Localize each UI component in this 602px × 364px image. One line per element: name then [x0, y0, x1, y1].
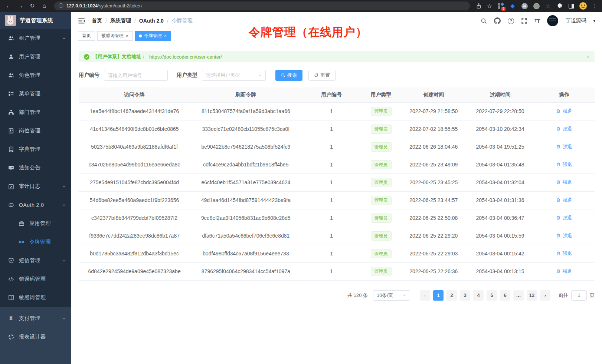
sidebar-item-pay[interactable]: ¥支付管理 [0, 309, 71, 328]
sidebar-item-sms[interactable]: 短信管理 [0, 251, 71, 270]
tab-令牌管理[interactable]: 令牌管理× [135, 31, 171, 41]
sidebar-item-sensitive-word[interactable]: 敏感词管理 [0, 288, 71, 307]
force-logout-button[interactable]: 强退 [556, 250, 572, 257]
puzzle-extension-icon[interactable] [557, 3, 563, 9]
sidebar-item-error-code[interactable]: 错误码管理 [0, 270, 71, 288]
back-icon[interactable]: ← [4, 0, 13, 12]
force-logout-button[interactable]: 强退 [556, 232, 572, 239]
gem-extension-icon[interactable]: ◆ [509, 3, 516, 9]
table-row: c342377bf8b344799dcbf7bf095287f29ce8ef2a… [79, 209, 595, 227]
address-bar[interactable]: ⓘ 127.0.0.1:1024/system/oauth2/token [54, 1, 470, 10]
profile-avatar-icon[interactable] [579, 2, 587, 10]
chevron-down-icon[interactable]: ▾ [593, 19, 595, 23]
goto-label: 前往 [559, 292, 568, 299]
page-ellipsis[interactable]: … [513, 290, 524, 301]
app-logo-row[interactable]: 芋道管理系统 [0, 12, 71, 29]
sidebar-item-post[interactable]: 岗位管理 [0, 122, 71, 140]
force-logout-button[interactable]: 强退 [556, 268, 572, 275]
share-icon[interactable] [476, 3, 482, 9]
browser-actions: ☆ 9 ◆ ⌘ ☆ ⋮ [476, 2, 598, 10]
reload-icon[interactable]: ↻ [28, 0, 36, 12]
sidebar-toggle-icon[interactable] [78, 18, 85, 24]
table-row: 6d842e2924594de9a09e45e087323abe8796295f… [79, 262, 595, 280]
search-button[interactable]: 搜索 [275, 70, 302, 81]
user-type-select[interactable]: 请选择用户类型 [202, 70, 266, 81]
kebab-menu-icon[interactable]: ⋮ [592, 3, 598, 9]
help-icon[interactable]: ? [508, 18, 514, 24]
search-icon[interactable] [481, 18, 487, 24]
user-avatar[interactable] [547, 15, 558, 26]
user-id-cell: 1 [301, 227, 361, 245]
sidebar-item-notice[interactable]: 通知公告 [0, 159, 71, 177]
breadcrumb-item[interactable]: 首页 [92, 17, 102, 24]
sidebar-item-role[interactable]: 角色管理 [0, 66, 71, 85]
user-id-input[interactable] [104, 70, 168, 81]
tab-label: 首页 [82, 33, 91, 39]
sidebar-item-audit-log[interactable]: 审计日志 [0, 177, 71, 196]
sidebar-item-oauth2-application[interactable]: 应用管理 [0, 214, 71, 233]
prev-page-button[interactable]: ‹ [420, 290, 430, 301]
breadcrumb-separator: / [134, 18, 136, 24]
sidebar-item-label: 通知公告 [19, 165, 66, 171]
tab-close-icon[interactable]: × [126, 34, 128, 38]
force-logout-button[interactable]: 强退 [556, 143, 572, 150]
page-button-4[interactable]: 4 [473, 290, 484, 301]
page-button-6[interactable]: 6 [500, 290, 510, 301]
breadcrumb-separator: / [167, 18, 169, 24]
fullscreen-icon[interactable] [521, 18, 527, 24]
user-name[interactable]: 芋道源码 [565, 17, 586, 24]
access-token-cell: c342377bf8b344799dcbf7bf095287f2 [79, 209, 190, 227]
alert-close-icon[interactable]: × [586, 54, 589, 60]
page-size-select[interactable]: 10条/页 [373, 290, 410, 301]
site-info-icon[interactable]: ⓘ [59, 3, 63, 9]
column-header: 操作 [534, 87, 595, 102]
sidebar-item-dept[interactable]: 部门管理 [0, 103, 71, 122]
force-logout-button[interactable]: 强退 [556, 161, 572, 168]
next-page-button[interactable]: › [540, 290, 550, 301]
page-button-12[interactable]: 12 [527, 290, 537, 301]
extensions-grid-icon[interactable]: 9 [497, 3, 504, 9]
sidebar-item-oauth2[interactable]: OAuth 2.0 [0, 196, 71, 214]
tab-敏感词管理[interactable]: 敏感词管理× [97, 31, 132, 41]
sidebar-item-dict[interactable]: 字典管理 [0, 140, 71, 159]
goto-page-input[interactable] [571, 290, 587, 301]
breadcrumb-item[interactable]: OAuth 2.0 [139, 18, 164, 24]
bookmark-star-icon[interactable]: ☆ [487, 3, 492, 10]
tab-首页[interactable]: 首页 [78, 31, 95, 41]
sidebar-item-label: 短信管理 [19, 257, 62, 264]
recorder-extension-icon[interactable] [533, 3, 540, 9]
force-logout-button[interactable]: 强退 [556, 179, 572, 186]
sidebar-item-oauth2-token[interactable]: 令牌管理 [0, 233, 71, 251]
star-extension-icon[interactable]: ☆ [545, 3, 552, 9]
table-row: b0d1785bc3a8482f812db4a3f3bd15ecb0df4980… [79, 245, 595, 262]
page-button-3[interactable]: 3 [460, 290, 470, 301]
force-logout-button[interactable]: 强退 [556, 126, 572, 132]
expire-time-cell: 2022-07-29 22:28:50 [467, 102, 534, 120]
sidebar-item-label: 报表设计器 [19, 334, 66, 340]
doc-link[interactable]: https://doc.iocoder.cn/user-center/ [149, 54, 222, 60]
force-logout-button[interactable]: 强退 [556, 108, 572, 115]
sidebar-item-user[interactable]: 用户管理 [0, 47, 71, 66]
reset-button[interactable]: 重置 [308, 70, 336, 81]
chevron-up-icon [62, 203, 66, 207]
force-logout-button[interactable]: 强退 [556, 197, 572, 203]
access-token-cell: 275e5de9151045fe87cbdc395e004f4d [79, 173, 190, 191]
page-button-2[interactable]: 2 [446, 290, 457, 301]
side-panel-icon[interactable] [569, 4, 574, 9]
home-icon[interactable]: ⌂ [40, 0, 48, 12]
page-button-5[interactable]: 5 [487, 290, 497, 301]
force-logout-button[interactable]: 强退 [556, 215, 572, 221]
font-size-icon[interactable]: TT [534, 18, 540, 24]
breadcrumb-item[interactable]: 系统管理 [110, 17, 131, 24]
command-extension-icon[interactable]: ⌘ [521, 3, 528, 9]
sidebar-item-tenant[interactable]: 租户管理 [0, 29, 71, 47]
github-icon[interactable] [494, 17, 501, 24]
page-button-1[interactable]: 1 [433, 290, 444, 301]
sidebar-item-report-designer[interactable]: 报表设计器 [0, 328, 71, 346]
user-id-cell: 1 [301, 120, 361, 138]
user-type-badge: 管理员 [371, 107, 392, 116]
column-header: 过期时间 [467, 87, 534, 102]
sidebar-item-menu[interactable]: 菜单管理 [0, 85, 71, 103]
tab-close-icon[interactable]: × [164, 34, 167, 38]
forward-icon[interactable]: → [16, 0, 24, 12]
